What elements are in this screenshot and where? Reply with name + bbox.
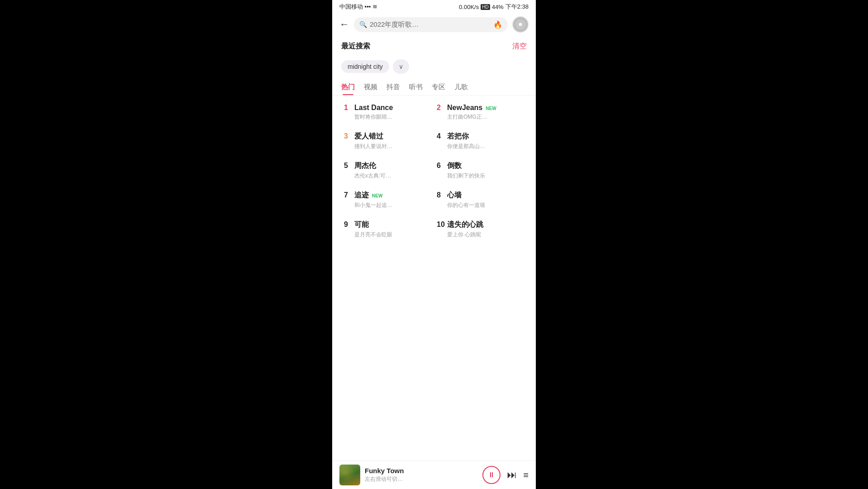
- recent-search-title: 最近搜索: [341, 42, 370, 51]
- player-song-subtitle: 左右滑动可切…: [365, 475, 478, 483]
- recent-tag-midnight-city[interactable]: midnight city: [341, 60, 389, 73]
- hot-item[interactable]: 3爱人错过撞到人要说对…: [341, 126, 434, 156]
- tab-children[interactable]: 儿歌: [454, 83, 468, 95]
- hot-item[interactable]: 4若把你你便是那高山…: [434, 126, 527, 156]
- speed-indicator: 0.00K/s: [459, 4, 479, 10]
- hot-item[interactable]: 9可能是月亮不会眨眼: [341, 215, 434, 244]
- search-bar: ← 🔍 2022年度听歌… 🔥: [332, 13, 536, 36]
- disc-center: [518, 22, 523, 27]
- status-right: 0.00K/s HD 44% 下午2:38: [459, 3, 529, 11]
- hd-badge: HD: [481, 4, 490, 10]
- player-controls: ⏸ ⏭ ≡: [482, 466, 529, 484]
- next-button[interactable]: ⏭: [507, 469, 517, 481]
- battery-level: 44%: [492, 4, 504, 10]
- time-display: 下午2:38: [506, 3, 529, 11]
- album-art: [339, 465, 360, 485]
- tab-douyin[interactable]: 抖音: [386, 83, 400, 95]
- back-button[interactable]: ←: [339, 19, 349, 30]
- playlist-button[interactable]: ≡: [523, 470, 529, 480]
- player-info: Funky Town 左右滑动可切…: [365, 467, 478, 483]
- tab-zone[interactable]: 专区: [432, 83, 445, 95]
- status-bar: 中国移动 ▪▪▪ ≋ 0.00K/s HD 44% 下午2:38: [332, 0, 536, 13]
- hot-item[interactable]: 5周杰伦杰伦x古典:可…: [341, 156, 434, 185]
- hot-item[interactable]: 2NewJeansNEW主打曲OMG正…: [434, 98, 527, 126]
- now-playing-disc[interactable]: [512, 16, 529, 33]
- hot-item[interactable]: 8心墙你的心有一道墙: [434, 185, 527, 215]
- carrier-signal: 中国移动 ▪▪▪ ≋: [339, 3, 377, 11]
- tag-expand-arrow[interactable]: ∨: [393, 59, 409, 74]
- fire-icon: 🔥: [493, 20, 502, 29]
- tags-row: midnight city ∨: [332, 59, 536, 79]
- pause-button[interactable]: ⏸: [482, 466, 501, 484]
- tab-hot[interactable]: 热门: [341, 83, 355, 95]
- album-art-inner: [339, 465, 360, 485]
- search-query: 2022年度听歌…: [370, 20, 491, 29]
- hot-grid: 1Last Dance暂时将你眼睛…2NewJeansNEW主打曲OMG正…3爱…: [341, 98, 527, 244]
- phone-container: 中国移动 ▪▪▪ ≋ 0.00K/s HD 44% 下午2:38 ← 🔍 202…: [332, 0, 536, 489]
- hot-item[interactable]: 10遗失的心跳爱上你 心跳呢: [434, 215, 527, 244]
- player-song-title: Funky Town: [365, 467, 478, 475]
- category-tabs: 热门 视频 抖音 听书 专区 儿歌: [332, 79, 536, 96]
- hot-item[interactable]: 7追迹NEW和小鬼一起追…: [341, 185, 434, 215]
- player-bar: Funky Town 左右滑动可切… ⏸ ⏭ ≡: [332, 460, 536, 489]
- hot-item[interactable]: 6倒数我们剩下的快乐: [434, 156, 527, 185]
- section-header: 最近搜索 清空: [341, 42, 527, 51]
- hot-list: 1Last Dance暂时将你眼睛…2NewJeansNEW主打曲OMG正…3爱…: [332, 96, 536, 460]
- clear-button[interactable]: 清空: [512, 42, 527, 51]
- hot-item[interactable]: 1Last Dance暂时将你眼睛…: [341, 98, 434, 126]
- search-input-wrap[interactable]: 🔍 2022年度听歌… 🔥: [354, 17, 508, 32]
- tab-video[interactable]: 视频: [364, 83, 377, 95]
- tab-audiobook[interactable]: 听书: [409, 83, 423, 95]
- search-icon: 🔍: [359, 21, 367, 28]
- recent-search-section: 最近搜索 清空: [332, 36, 536, 59]
